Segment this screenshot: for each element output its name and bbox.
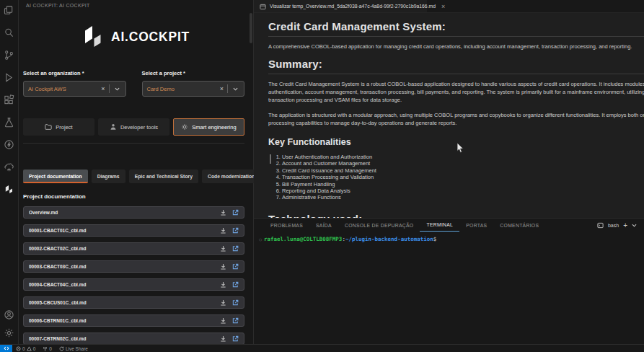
list-item[interactable]: 00006-CBTRN01C_cbl.md (23, 314, 244, 327)
open-external-icon[interactable] (232, 245, 239, 252)
activity-bar-bottom (4, 309, 15, 344)
list-item[interactable]: 00007-CBTRN02C_cbl.md (23, 333, 244, 345)
project-select[interactable]: Card Demo × (142, 81, 245, 97)
selector-row: Select an organization * AI Cockpit AWS … (23, 70, 244, 97)
editor-tab-markdown-preview[interactable]: Visualizar temp_Overview.md_5da2f038-a47… (254, 0, 427, 12)
file-name: Overview.md (29, 210, 220, 215)
doc-ordered-list: User Authentication and Authorization Ac… (282, 154, 644, 201)
accounts-icon[interactable] (4, 309, 15, 320)
remote-icon (4, 346, 9, 351)
thunder-client-icon[interactable] (4, 138, 15, 150)
panel-tab-bar: PROBLEMAS SAÍDA CONSOLE DE DEPURAÇÃO TER… (254, 219, 644, 232)
doc-list-item: Administrative Functions (282, 194, 644, 201)
editor-tab-bar: Visualizar temp_Overview.md_5da2f038-a47… (254, 0, 644, 13)
ai-cockpit-icon[interactable] (4, 183, 15, 195)
bottom-panel: PROBLEMAS SAÍDA CONSOLE DE DEPURAÇÃO TER… (254, 218, 644, 344)
project-chevron-down-icon[interactable] (228, 87, 239, 91)
download-icon[interactable] (220, 317, 226, 324)
download-icon[interactable] (220, 281, 226, 288)
extensions-icon[interactable] (4, 94, 15, 105)
documentation-tabs: Project documentation Diagrams Epic and … (23, 170, 244, 183)
list-item[interactable]: 00004-CBACT04C_cbl.md (23, 278, 244, 291)
problems-status-item[interactable]: 0 0 (12, 345, 39, 352)
file-name: 00001-CBACT01C_cbl.md (29, 228, 220, 233)
download-icon[interactable] (220, 227, 226, 234)
doc-list-item: Bill Payment Handling (282, 181, 644, 188)
open-external-icon[interactable] (232, 281, 239, 288)
search-icon[interactable] (4, 27, 15, 38)
panel-tab-terminal[interactable]: TERMINAL (420, 219, 459, 232)
doc-paragraph: A comprehensive COBOL-based application … (268, 43, 644, 50)
file-name: 00007-CBTRN02C_cbl.md (29, 336, 220, 341)
organization-label: Select an organization * (23, 70, 126, 76)
open-external-icon[interactable] (232, 209, 239, 216)
tab-epic-technical-story[interactable]: Epic and Technical Story (129, 170, 198, 183)
sidebar-nav-buttons: Project Developer tools Smart engineerin… (23, 118, 244, 136)
live-share-status-item[interactable]: Live Share (56, 345, 92, 352)
panel-tab-comments[interactable]: COMENTÁRIOS (493, 219, 545, 232)
list-item[interactable]: 00001-CBACT01C_cbl.md (23, 224, 244, 237)
list-item[interactable]: 00003-CBACT03C_cbl.md (23, 260, 244, 273)
vscode-window: AI COCKPIT: AI COCKPIT AI.COCKPIT Select… (0, 0, 644, 352)
file-name: 00002-CBACT02C_cbl.md (29, 246, 220, 251)
activity-bar (0, 0, 19, 344)
smart-engineering-button[interactable]: Smart engineering (173, 118, 244, 136)
tab-project-documentation[interactable]: Project documentation (23, 170, 88, 183)
panel-tab-ports[interactable]: PORTAS (459, 219, 493, 232)
new-terminal-icon[interactable]: + (623, 221, 627, 229)
organization-chevron-down-icon[interactable] (110, 87, 121, 91)
open-external-icon[interactable] (232, 335, 239, 342)
settings-gear-icon[interactable] (4, 327, 15, 338)
list-item[interactable]: 00002-CBACT02C_cbl.md (23, 242, 244, 255)
terminal-prompt-symbol: $ (433, 236, 437, 242)
project-button[interactable]: Project (23, 118, 94, 136)
list-item[interactable]: Overview.md (23, 206, 244, 219)
organization-value: AI Cockpit AWS (28, 86, 97, 92)
doc-list-item: Account and Customer Management (282, 160, 644, 167)
open-external-icon[interactable] (232, 299, 239, 306)
download-icon[interactable] (220, 245, 226, 252)
remote-indicator-button[interactable] (0, 345, 12, 352)
panel-controls: bash + (597, 219, 644, 232)
tab-diagrams[interactable]: Diagrams (92, 170, 125, 183)
download-icon[interactable] (220, 209, 226, 216)
markdown-preview-icon (260, 0, 266, 13)
open-external-icon[interactable] (232, 227, 239, 234)
panel-tab-debug-console[interactable]: CONSOLE DE DEPURAÇÃO (338, 219, 420, 232)
terminal-dropdown-chevron-icon[interactable] (632, 224, 637, 227)
project-button-label: Project (56, 124, 72, 131)
ai-cockpit-sidebar: AI COCKPIT: AI COCKPIT AI.COCKPIT Select… (19, 0, 254, 344)
doc-paragraph: The application is structured with a mod… (268, 111, 644, 127)
panel-tab-problems[interactable]: PROBLEMAS (264, 219, 309, 232)
download-icon[interactable] (220, 263, 226, 270)
project-label: Select a project * (142, 70, 245, 76)
file-name: 00003-CBACT03C_cbl.md (29, 264, 220, 269)
sidebar-scrollbar[interactable] (250, 13, 252, 43)
doc-list-item: Credit Card Issuance and Management (282, 167, 644, 174)
terminal[interactable]: ○ rafael.luna@COLTLB08FMP3:~/plugin-back… (254, 232, 644, 242)
tab-code-modernization[interactable]: Code modernization (202, 170, 260, 183)
project-clear-icon[interactable]: × (216, 85, 227, 92)
live-share-icon (59, 346, 64, 351)
open-external-icon[interactable] (232, 263, 239, 270)
list-item[interactable]: 00005-CBCUS01C_cbl.md (23, 296, 244, 309)
errors-count: 0 (22, 346, 25, 351)
download-icon[interactable] (220, 335, 226, 342)
explorer-icon[interactable] (4, 4, 15, 16)
testing-icon[interactable] (4, 116, 15, 128)
developer-tools-button[interactable]: Developer tools (98, 118, 169, 136)
run-and-debug-icon[interactable] (4, 71, 15, 83)
remote-explorer-icon[interactable] (4, 161, 15, 172)
close-icon[interactable]: × (439, 3, 445, 10)
open-external-icon[interactable] (232, 317, 239, 324)
download-icon[interactable] (220, 299, 226, 306)
doc-heading-technology: Technology used: (268, 213, 644, 218)
shell-label[interactable]: bash (608, 223, 619, 228)
organization-clear-icon[interactable]: × (97, 85, 108, 92)
ports-status-item[interactable]: 0 (39, 345, 56, 352)
panel-tab-output[interactable]: SAÍDA (309, 219, 338, 232)
source-control-icon[interactable] (4, 49, 15, 61)
file-name: 00005-CBCUS01C_cbl.md (29, 300, 220, 305)
file-name: 00006-CBTRN01C_cbl.md (29, 318, 220, 323)
organization-select[interactable]: AI Cockpit AWS × (23, 81, 126, 97)
